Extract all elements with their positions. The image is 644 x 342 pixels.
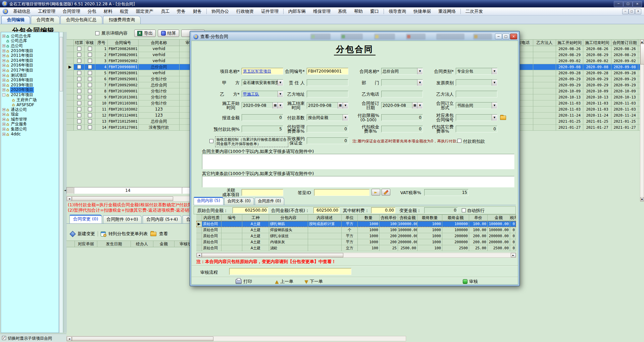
inner-tab-合同原件 (0)[interactable]: 合同原件 (0) [255,198,285,205]
sign-id-field[interactable] [314,189,369,196]
sidebar-item-现金[interactable]: +⌂现金 [1,112,59,117]
scroll-left-icon[interactable]: ◄ [67,197,72,201]
show-child-contracts-checkbox[interactable] [2,336,6,340]
department-field[interactable]: ▼ [381,79,423,86]
deposit-field[interactable]: 0 [307,137,348,144]
sidebar-item-城市管理[interactable]: +⌂城市管理 [1,117,59,122]
window-maximize-button[interactable]: □ [623,1,633,7]
row-checkbox[interactable] [77,65,81,69]
deduct-before-pay-checkbox[interactable] [457,139,461,143]
row-checkbox[interactable] [88,101,92,105]
dialog-maximize-button[interactable]: □ [502,34,509,39]
dialog-minimize-button[interactable]: ─ [495,34,502,39]
row-checkbox[interactable] [88,71,92,75]
sidebar-item-2017年项目[interactable]: +⌂2017年项目 [1,68,59,73]
menu-item-内部车辆[interactable]: 内部车辆 [285,7,309,15]
collapse-arrow-icon[interactable]: ◄ [63,187,66,194]
related-contract-code-folder-icon[interactable] [500,116,506,120]
row-checkbox[interactable] [88,47,92,51]
settle-button[interactable]: 结算 [158,30,179,37]
row-checkbox[interactable] [77,83,81,87]
menu-item-协同办公[interactable]: 协同办公 [208,7,233,15]
view-change-button[interactable]: 查看 [159,231,168,237]
inner-tab-合同内容 (5)[interactable]: 合同内容 (5) [194,197,224,205]
chevron-down-icon[interactable]: ▼ [492,80,497,86]
acceptance-control-checkbox[interactable] [209,139,213,143]
sidebar-item-4ddc[interactable]: +⌂4ddc [1,132,59,137]
menu-item-二次开发[interactable]: 二次开发 [462,7,487,15]
sidebar-item-2010年项目[interactable]: +⌂2010年项目 [1,48,59,53]
end-date-field[interactable]: 2020-09-08▦▼ [307,102,348,109]
menu-item-固定资产[interactable]: 固定资产 [132,7,157,15]
prepay-ratio-field[interactable]: 5 [242,126,283,132]
sidebar-item-2019年项目[interactable]: +⌂2019年项目 [1,83,59,88]
row-checkbox[interactable] [88,113,92,117]
scrollbar-thumb[interactable] [640,44,644,65]
goto-change-list-button[interactable]: 转到分包变更单列表 [108,231,148,237]
content-row[interactable]: 原始合同A土建内墙抹灰平方1000200200000.0010002000002… [196,239,516,245]
row-checkbox[interactable] [77,89,81,93]
tree-scrollbar-thumb[interactable] [60,37,63,91]
row-checkbox[interactable] [77,47,81,51]
tree-expand-icon[interactable]: + [2,108,5,111]
tree-expand-icon[interactable]: + [2,133,5,136]
menu-item-工程管理[interactable]: 工程管理 [34,7,59,15]
sidebar-item-集团公司[interactable]: +⌂集团公司 [1,127,59,132]
tree-expand-icon[interactable]: + [2,35,5,38]
row-checkbox[interactable] [77,53,81,57]
sign-date-field[interactable]: 2020-09-08▦▼ [381,102,423,109]
prev-record-button[interactable]: ▲ 上一单 [275,278,293,285]
tree-expand-icon[interactable]: + [2,79,5,82]
tree-expand-icon[interactable]: + [2,54,5,57]
sidebar-item-总公司[interactable]: +⌂总公司 [1,43,59,48]
tab-合同分包商汇总[interactable]: 合同分包商汇总 [60,16,102,24]
sign-select-button[interactable]: ► [371,189,380,196]
row-checkbox[interactable] [88,53,92,57]
sidebar-item-公司总仓库[interactable]: +⌂公司总仓库 [1,34,59,39]
menu-item-证件管理[interactable]: 证件管理 [257,7,282,15]
menu-item-基础信息[interactable]: 基础信息 [9,7,34,15]
scrollbar-thumb[interactable] [72,337,213,341]
responsible-person-field[interactable] [307,79,348,86]
sidebar-item-2011年项目[interactable]: +⌂2011年项目 [1,53,59,58]
menu-item-合同管理[interactable]: 合同管理 [59,7,84,15]
other-terms-textarea[interactable] [202,176,514,187]
auto-split-checkbox[interactable] [462,208,466,212]
mdi-restore-button[interactable]: □ [629,9,635,14]
tree-expand-icon[interactable]: + [2,88,5,91]
row-checkbox[interactable] [88,107,92,111]
sidebar-item-AFSFSDF[interactable]: ⌂AFSFSDF [1,102,59,107]
menu-item-财务[interactable]: 财务 [189,7,205,15]
calendar-icon[interactable]: ▦ [338,102,343,109]
row-checkbox[interactable] [77,119,81,123]
scroll-left-icon[interactable]: ◄ [197,253,202,257]
chevron-down-icon[interactable]: ▼ [492,102,497,109]
row-checkbox[interactable] [88,89,92,93]
scrollbar-thumb[interactable] [202,253,343,257]
tab-扣缴费用查询[interactable]: 扣缴费用查询 [103,16,141,24]
dialog-close-button[interactable]: × [510,34,517,39]
row-checkbox[interactable] [77,107,81,111]
tab-合同编辑[interactable]: 合同编辑 [1,16,30,24]
audit-flow-field[interactable] [229,268,351,275]
tree-expand-icon[interactable]: + [2,118,5,121]
row-checkbox[interactable] [77,77,81,81]
report-amount-field[interactable]: 0 [242,114,283,121]
menu-item-重连网络[interactable]: 重连网络 [435,7,459,15]
contracts-vscrollbar[interactable]: ▲ ▼ [640,39,644,202]
menu-item-材料[interactable]: 材料 [100,7,116,15]
tree-expand-icon[interactable]: + [2,44,5,47]
payment-base-field[interactable]: 按合同金额▼ [307,114,348,121]
sign-pen-button[interactable] [382,189,390,196]
tree-expand-icon[interactable]: + [2,123,5,126]
tree-expand-icon[interactable]: + [2,128,5,131]
calendar-icon[interactable]: ▦ [412,102,417,109]
menu-item-帮助[interactable]: 帮助 [350,7,366,15]
chevron-down-icon[interactable]: ▼ [492,68,497,74]
dialog-titlebar[interactable]: S 查看-分包合同 ─ □ × [191,33,518,41]
row-checkbox[interactable] [88,65,92,69]
row-checkbox[interactable] [77,95,81,99]
menu-item-劳务[interactable]: 劳务 [173,7,189,15]
row-checkbox[interactable] [88,77,92,81]
scroll-right-icon[interactable]: ► [511,253,516,257]
